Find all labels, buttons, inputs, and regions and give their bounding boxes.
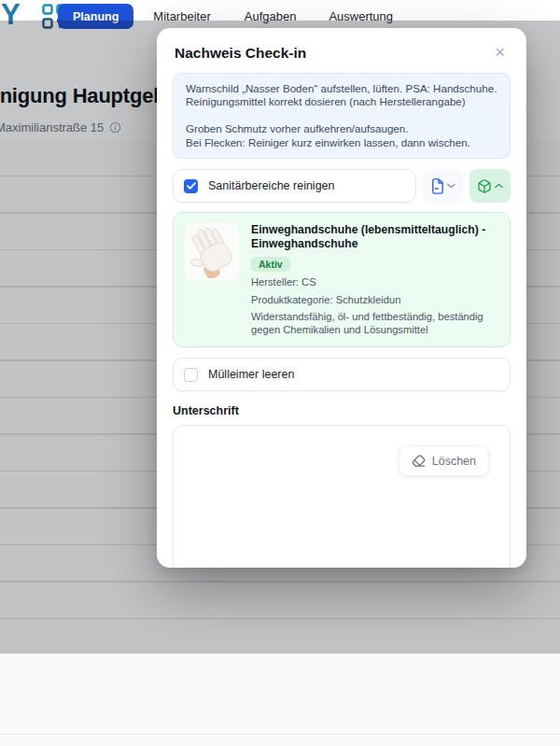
task-label: Mülleimer leeren [208, 368, 294, 381]
checkbox-checked[interactable] [184, 179, 198, 193]
clear-signature-button[interactable]: Löschen [399, 446, 488, 475]
product-title: Einweghandschuhe (lebensmitteltauglich) … [251, 223, 498, 251]
clear-button-label: Löschen [432, 455, 476, 468]
instructions-box: Warnschild „Nasser Boden“ aufstellen, lü… [173, 73, 511, 159]
eraser-icon [412, 454, 426, 468]
task-checkbox-row[interactable]: Mülleimer leeren [173, 358, 511, 391]
chevron-down-icon [447, 183, 455, 189]
dialog-title: Nachweis Check-in [175, 44, 306, 62]
task-checkbox-row[interactable]: Sanitärbereiche reinigen [173, 169, 416, 203]
product-manufacturer: Hersteller: CS [251, 276, 498, 289]
product-toggle-button[interactable] [469, 169, 511, 203]
bottom-bar-divider [0, 734, 560, 735]
checkin-dialog: Nachweis Check-in × Warnschild „Nasser B… [157, 28, 526, 568]
task-row-sanitaerbereiche: Sanitärbereiche reinigen [173, 169, 511, 203]
dialog-body: Warnschild „Nasser Boden“ aufstellen, lü… [157, 73, 526, 568]
product-category: Produktkategorie: Schutzkleidun [251, 294, 498, 307]
task-label: Sanitärbereiche reinigen [208, 179, 335, 192]
status-badge: Aktiv [251, 257, 290, 272]
signature-label: Unterschrift [173, 404, 511, 417]
product-card: Einweghandschuhe (lebensmitteltauglich) … [173, 212, 511, 347]
signature-canvas[interactable]: Löschen [173, 425, 511, 568]
chevron-up-icon [495, 183, 503, 189]
close-icon[interactable]: × [491, 42, 509, 63]
glove-image [188, 226, 236, 278]
box-icon [477, 178, 492, 194]
dialog-header: Nachweis Check-in × [157, 28, 526, 73]
task-row-muelleimer: Mülleimer leeren [173, 358, 511, 391]
checkbox-unchecked[interactable] [184, 368, 198, 382]
document-icon [430, 178, 444, 194]
document-dropdown-button[interactable] [423, 169, 463, 203]
product-info: Einweghandschuhe (lebensmitteltauglich) … [251, 223, 498, 336]
product-description: Widerstandsfähig, öl- und fettbeständig,… [251, 310, 498, 336]
checkmark-icon [187, 182, 196, 190]
product-image [185, 223, 239, 281]
bottom-bar [0, 654, 560, 746]
